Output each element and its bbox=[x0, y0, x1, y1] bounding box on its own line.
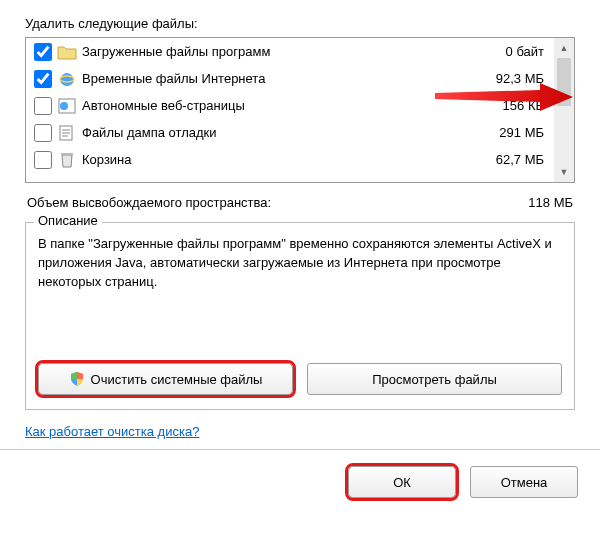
file-size: 62,7 МБ bbox=[460, 152, 550, 167]
svg-rect-5 bbox=[61, 153, 73, 155]
svg-point-3 bbox=[60, 102, 68, 110]
scrollbar[interactable]: ▲ ▼ bbox=[554, 38, 574, 182]
scroll-up-icon[interactable]: ▲ bbox=[554, 38, 574, 58]
help-link[interactable]: Как работает очистка диска? bbox=[25, 424, 199, 439]
scroll-thumb[interactable] bbox=[557, 58, 571, 106]
file-name: Временные файлы Интернета bbox=[82, 71, 460, 86]
shield-icon bbox=[69, 371, 85, 387]
bin-icon bbox=[56, 150, 78, 170]
file-checkbox[interactable] bbox=[34, 43, 52, 61]
file-size: 0 байт bbox=[460, 44, 550, 59]
files-heading: Удалить следующие файлы: bbox=[25, 16, 575, 31]
description-legend: Описание bbox=[34, 213, 102, 228]
file-row[interactable]: Файлы дампа отладки291 МБ bbox=[26, 119, 554, 146]
file-name: Загруженные файлы программ bbox=[82, 44, 460, 59]
web-icon bbox=[56, 96, 78, 116]
file-checkbox[interactable] bbox=[34, 151, 52, 169]
description-group: Описание В папке "Загруженные файлы прог… bbox=[25, 222, 575, 410]
file-row[interactable]: Автономные веб-страницы156 КБ bbox=[26, 92, 554, 119]
description-text: В папке "Загруженные файлы программ" вре… bbox=[38, 235, 562, 347]
cancel-button[interactable]: Отмена bbox=[470, 466, 578, 498]
ok-button[interactable]: ОК bbox=[348, 466, 456, 498]
file-row[interactable]: Корзина62,7 МБ bbox=[26, 146, 554, 173]
free-space-value: 118 МБ bbox=[528, 195, 573, 210]
file-row[interactable]: Временные файлы Интернета92,3 МБ bbox=[26, 65, 554, 92]
file-checkbox[interactable] bbox=[34, 70, 52, 88]
file-list: Загруженные файлы программ0 байтВременны… bbox=[25, 37, 575, 183]
dump-icon bbox=[56, 123, 78, 143]
file-name: Файлы дампа отладки bbox=[82, 125, 460, 140]
view-button-label: Просмотреть файлы bbox=[372, 372, 497, 387]
clean-system-files-button[interactable]: Очистить системные файлы bbox=[38, 363, 293, 395]
file-row[interactable]: Загруженные файлы программ0 байт bbox=[26, 38, 554, 65]
free-space-label: Объем высвобождаемого пространства: bbox=[27, 195, 271, 210]
clean-button-label: Очистить системные файлы bbox=[91, 372, 263, 387]
file-name: Автономные веб-страницы bbox=[82, 98, 460, 113]
file-size: 92,3 МБ bbox=[460, 71, 550, 86]
ie-icon bbox=[56, 69, 78, 89]
file-size: 156 КБ bbox=[460, 98, 550, 113]
file-size: 291 МБ bbox=[460, 125, 550, 140]
scroll-down-icon[interactable]: ▼ bbox=[554, 162, 574, 182]
file-checkbox[interactable] bbox=[34, 124, 52, 142]
file-checkbox[interactable] bbox=[34, 97, 52, 115]
file-name: Корзина bbox=[82, 152, 460, 167]
view-files-button[interactable]: Просмотреть файлы bbox=[307, 363, 562, 395]
folder-icon bbox=[56, 42, 78, 62]
